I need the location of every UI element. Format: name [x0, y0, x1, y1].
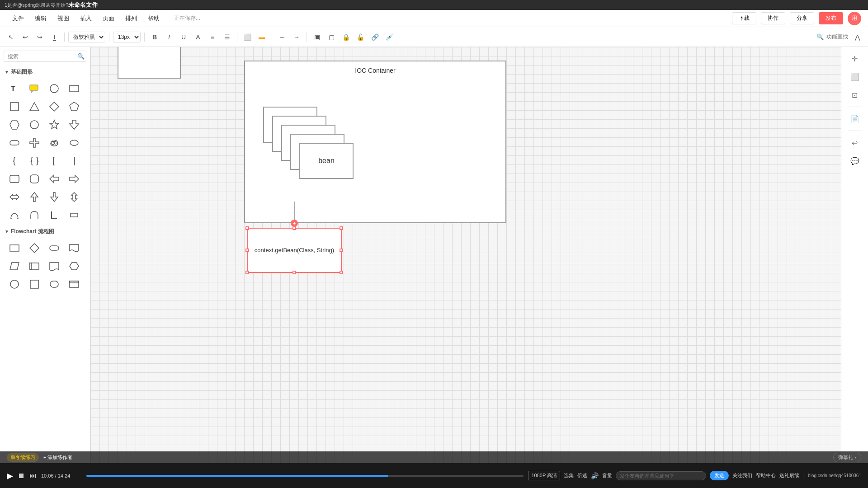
menu-help[interactable]: 帮助 [142, 12, 165, 25]
right-select-button[interactable]: ⬜ [847, 69, 863, 85]
shape-plus[interactable] [26, 135, 42, 151]
fc-parallelogram[interactable] [6, 258, 23, 274]
gift-label[interactable]: 送礼后续 [779, 472, 799, 479]
handle-br[interactable] [340, 271, 343, 274]
italic-button[interactable]: I [163, 31, 175, 43]
shape-circle2[interactable] [26, 117, 42, 133]
help-label[interactable]: 帮助中心 [756, 472, 776, 479]
right-pan-button[interactable]: ✛ [847, 51, 863, 67]
search-input[interactable] [8, 53, 75, 60]
menu-insert[interactable]: 插入 [75, 12, 97, 25]
shape-arrow-down2[interactable] [46, 189, 62, 205]
handle-bc[interactable] [292, 271, 296, 274]
shape-pipe[interactable]: | [66, 153, 82, 169]
menu-file[interactable]: 文件 [7, 12, 29, 25]
shape-double-arrow-h[interactable] [6, 189, 23, 205]
shape-text[interactable]: T [6, 80, 23, 97]
shape-circle[interactable] [46, 80, 62, 97]
redo-button[interactable]: ↪ [33, 31, 46, 43]
shape-double-arrow-v[interactable] [66, 189, 82, 205]
arrow-style-button[interactable]: → [290, 31, 303, 43]
menu-view[interactable]: 视图 [52, 12, 75, 25]
shape-pentagon[interactable] [66, 99, 82, 115]
format-button[interactable]: T̲ [48, 31, 61, 43]
add-practice-link[interactable]: + 添加练作者 [43, 454, 72, 461]
follow-label[interactable]: 关注我们 [732, 472, 752, 479]
stop-button[interactable]: ⏹ [18, 472, 25, 480]
chat-input[interactable] [616, 471, 706, 480]
fc-tape[interactable] [46, 258, 62, 274]
section-flowchart-header[interactable]: ▼ Flowchart 流程图 [0, 225, 90, 238]
fc-rect3[interactable] [26, 276, 42, 292]
shape-square[interactable] [6, 99, 23, 115]
bold-button[interactable]: B [148, 31, 161, 43]
skip-button[interactable]: ⏭ [29, 472, 37, 480]
download-button[interactable]: 下载 [732, 12, 756, 24]
unlock-button[interactable]: 🔓 [354, 31, 367, 43]
handle-mr[interactable] [340, 249, 343, 252]
right-undo-button[interactable]: ↩ [847, 135, 863, 151]
menu-page[interactable]: 页面 [97, 12, 120, 25]
bean-front[interactable]: bean [299, 143, 354, 179]
font-size-select[interactable]: 13px [113, 32, 141, 42]
fc-rounded[interactable] [46, 240, 62, 256]
func-search-label[interactable]: 功能查找 [826, 33, 848, 41]
handle-tl[interactable] [245, 226, 249, 230]
avatar[interactable]: 用 [848, 12, 861, 25]
shape-callout[interactable] [26, 80, 42, 97]
ioc-container[interactable]: IOC Container bean [244, 61, 506, 223]
play-button[interactable]: ▶ [7, 471, 13, 481]
fc-hexagon2[interactable] [66, 258, 82, 274]
link-button[interactable]: 🔗 [368, 31, 381, 43]
select-tool[interactable]: ↖ [5, 31, 17, 43]
shape-hexagon[interactable] [6, 117, 23, 133]
underline-button[interactable]: U [177, 31, 190, 43]
getbean-box[interactable]: ✦ context.getBean(Class, String) [247, 228, 342, 273]
shape-oval[interactable] [66, 135, 82, 151]
partial-rect[interactable] [118, 47, 181, 79]
right-page-button[interactable]: 📄 [847, 111, 863, 127]
shape-star[interactable] [46, 117, 62, 133]
progress-bar[interactable] [86, 475, 524, 477]
menu-edit[interactable]: 编辑 [29, 12, 52, 25]
menu-arrange[interactable]: 排列 [120, 12, 142, 25]
shape-brace-left[interactable]: { [6, 153, 23, 169]
shape-rounded-rect[interactable] [6, 135, 23, 151]
fill-color-button[interactable]: ⬜ [241, 31, 254, 43]
shape-arrow-down[interactable] [66, 117, 82, 133]
handle-ml[interactable] [245, 249, 249, 252]
line-color-button[interactable]: ▬ [255, 31, 268, 43]
font-color-button[interactable]: A [192, 31, 204, 43]
bullet-btn[interactable]: 弹幕礼 › [833, 453, 861, 462]
shape-brace-both[interactable]: { } [26, 153, 42, 169]
connector-handle[interactable]: ✦ [291, 220, 298, 227]
shape-cloud[interactable] [46, 135, 62, 151]
volume-button[interactable]: 🔊 [591, 472, 599, 479]
shape-rect[interactable] [66, 80, 82, 97]
shape-l-shape[interactable] [46, 207, 62, 223]
shape-rect-small[interactable] [66, 207, 82, 223]
line-style-button[interactable]: ─ [276, 31, 288, 43]
fc-rect2[interactable] [26, 258, 42, 274]
lock-button[interactable]: 🔒 [340, 31, 352, 43]
fc-diamond[interactable] [26, 240, 42, 256]
shape-rect-rounded[interactable] [6, 171, 23, 187]
quality-label[interactable]: 1080P 高清 [528, 471, 560, 480]
handle-bl[interactable] [245, 271, 249, 274]
layer-back-button[interactable]: ▢ [325, 31, 338, 43]
fc-rect[interactable] [6, 240, 23, 256]
fc-rounded2[interactable] [46, 276, 62, 292]
fc-doc[interactable] [66, 240, 82, 256]
send-button[interactable]: 发送 [710, 471, 729, 480]
layer-front-button[interactable]: ▣ [311, 31, 323, 43]
shape-arrow-up[interactable] [26, 189, 42, 205]
shape-triangle[interactable] [26, 99, 42, 115]
font-name-select[interactable]: 微软雅黑 [68, 32, 105, 42]
align-button[interactable]: ≡ [206, 31, 219, 43]
shape-square-rounded[interactable] [26, 171, 42, 187]
shape-omega[interactable] [6, 207, 23, 223]
eyedropper-button[interactable]: 💉 [383, 31, 396, 43]
collab-button[interactable]: 协作 [761, 12, 785, 24]
section-basic-header[interactable]: ▼ 基础图形 [0, 66, 90, 79]
handle-tc[interactable] [292, 226, 296, 230]
